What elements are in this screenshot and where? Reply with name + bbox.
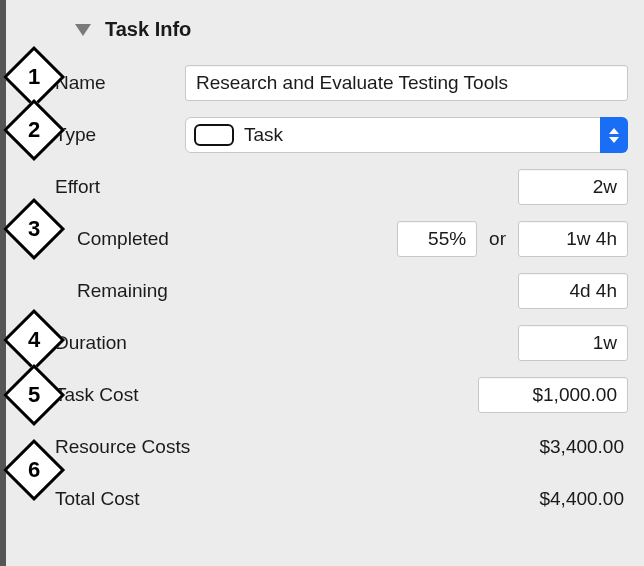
completed-row: Completed or [55, 221, 634, 257]
completed-label: Completed [55, 228, 185, 250]
type-swatch-icon [194, 124, 234, 146]
name-label: Name [55, 72, 185, 94]
up-down-arrows-icon[interactable] [600, 117, 628, 153]
effort-label: Effort [55, 176, 185, 198]
task-cost-field[interactable] [478, 377, 628, 413]
duration-label: Duration [55, 332, 185, 354]
task-cost-row: Task Cost [55, 377, 634, 413]
name-field[interactable] [185, 65, 628, 101]
name-row: Name [55, 65, 634, 101]
total-cost-value: $4,400.00 [539, 488, 628, 510]
duration-row: Duration [55, 325, 634, 361]
left-edge-bar [0, 0, 6, 566]
type-row: Type Task [55, 117, 634, 153]
type-select[interactable]: Task [185, 117, 634, 153]
disclosure-triangle-icon[interactable] [75, 24, 91, 36]
type-value: Task [244, 124, 283, 146]
completed-time-field[interactable] [518, 221, 628, 257]
total-cost-label: Total Cost [55, 488, 255, 510]
resource-costs-row: Resource Costs $3,400.00 [55, 429, 634, 465]
type-label: Type [55, 124, 185, 146]
resource-costs-label: Resource Costs [55, 436, 255, 458]
remaining-field[interactable] [518, 273, 628, 309]
remaining-label: Remaining [55, 280, 185, 302]
task-info-panel: Task Info Name Type Task Effort Complete… [55, 0, 634, 533]
effort-field[interactable] [518, 169, 628, 205]
or-text: or [489, 228, 506, 250]
completed-pct-field[interactable] [397, 221, 477, 257]
duration-field[interactable] [518, 325, 628, 361]
remaining-row: Remaining [55, 273, 634, 309]
task-cost-label: Task Cost [55, 384, 185, 406]
section-title: Task Info [105, 18, 191, 41]
resource-costs-value: $3,400.00 [539, 436, 628, 458]
section-header[interactable]: Task Info [75, 18, 634, 41]
total-cost-row: Total Cost $4,400.00 [55, 481, 634, 517]
effort-row: Effort [55, 169, 634, 205]
